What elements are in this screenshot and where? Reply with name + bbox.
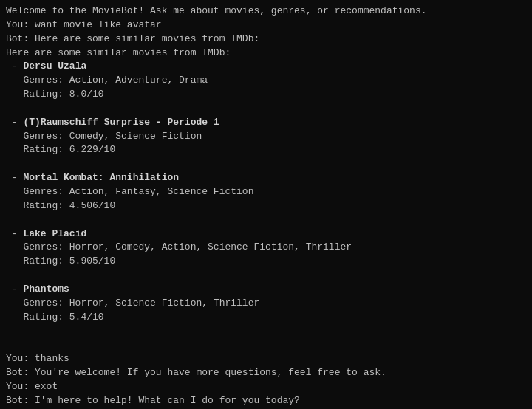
terminal-line: - (T)Raumschiff Surprise - Periode 1 xyxy=(6,116,526,130)
empty-line xyxy=(6,324,526,338)
terminal-line: Genres: Horror, Comedy, Action, Science … xyxy=(6,241,526,255)
terminal-line: Here are some similar movies from TMDb: xyxy=(6,47,526,61)
terminal-line: Welcome to the MovieBot! Ask me about mo… xyxy=(6,4,526,18)
terminal-line: You: exot xyxy=(6,380,526,394)
terminal-line: Genres: Horror, Science Fiction, Thrille… xyxy=(6,297,526,311)
terminal-line: Bot: I'm here to help! What can I do for… xyxy=(6,394,526,408)
terminal-line: Genres: Comedy, Science Fiction xyxy=(6,130,526,144)
empty-line xyxy=(6,102,526,116)
empty-line xyxy=(6,157,526,171)
terminal-line: Rating: 6.229/10 xyxy=(6,143,526,157)
terminal-line: Rating: 4.506/10 xyxy=(6,199,526,213)
terminal-line: You: want movie like avatar xyxy=(6,18,526,32)
terminal-line: Bot: You're welcome! If you have more qu… xyxy=(6,366,526,380)
terminal-window: Welcome to the MovieBot! Ask me about mo… xyxy=(0,0,532,409)
terminal-line: Rating: 5.905/10 xyxy=(6,255,526,269)
terminal-line: Rating: 8.0/10 xyxy=(6,88,526,102)
terminal-line: You: thanks xyxy=(6,352,526,366)
terminal-line: Genres: Action, Adventure, Drama xyxy=(6,74,526,88)
empty-line xyxy=(6,338,526,352)
terminal-line: - Phantoms xyxy=(6,283,526,297)
empty-line xyxy=(6,269,526,283)
terminal-line: - Lake Placid xyxy=(6,227,526,241)
terminal-line: Bot: Here are some similar movies from T… xyxy=(6,32,526,47)
terminal-line: - Dersu Uzala xyxy=(6,60,526,74)
empty-line xyxy=(6,213,526,227)
terminal-line: Rating: 5.4/10 xyxy=(6,311,526,325)
terminal-line: Genres: Action, Fantasy, Science Fiction xyxy=(6,185,526,199)
terminal-line: - Mortal Kombat: Annihilation xyxy=(6,171,526,185)
